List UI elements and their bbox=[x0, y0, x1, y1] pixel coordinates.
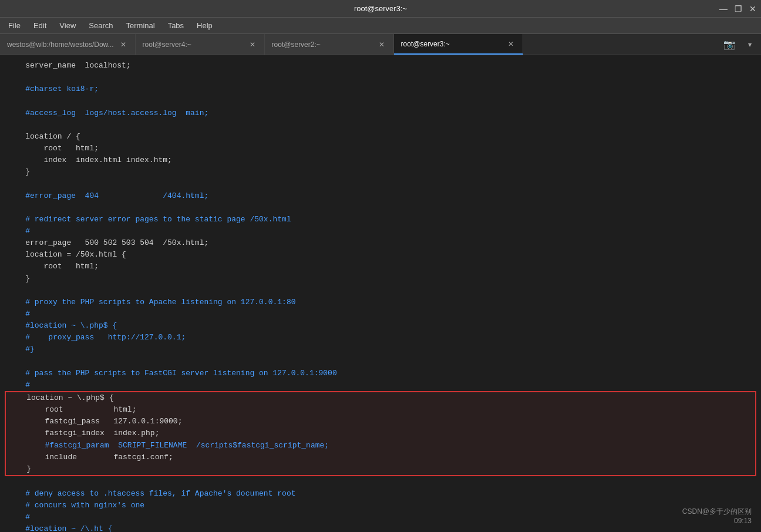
window-title: root@server3:~ bbox=[354, 4, 407, 13]
terminal-line: fastcgi_index index.php; bbox=[8, 427, 753, 439]
menu-edit[interactable]: Edit bbox=[28, 19, 52, 32]
tab-server3-close[interactable]: ✕ bbox=[506, 39, 516, 49]
terminal-line: # proxy_pass http://127.0.0.1; bbox=[7, 332, 754, 344]
terminal-line: # bbox=[7, 511, 754, 523]
terminal-line: root html; bbox=[8, 404, 753, 416]
terminal-line bbox=[7, 72, 754, 83]
tabs-bar: westos@wlb:/home/westos/Dow... ✕ root@se… bbox=[0, 34, 761, 55]
tab-westos-close[interactable]: ✕ bbox=[119, 40, 128, 49]
terminal-line bbox=[7, 119, 754, 131]
terminal-line: index index.html index.htm; bbox=[7, 154, 754, 166]
close-button[interactable]: ✕ bbox=[749, 4, 756, 14]
terminal-line bbox=[7, 476, 754, 488]
terminal-line: server_name localhost; bbox=[7, 60, 754, 72]
title-bar: root@server3:~ — ❒ ✕ bbox=[0, 0, 761, 18]
tab-server2-label: root@server2:~ bbox=[272, 41, 372, 49]
terminal-area[interactable]: server_name localhost; #charset koi8-r; … bbox=[0, 55, 761, 532]
terminal-line: root html; bbox=[7, 143, 754, 154]
terminal-line: # bbox=[7, 308, 754, 320]
terminal-line: } bbox=[8, 463, 753, 475]
terminal-line: # bbox=[7, 379, 754, 391]
tab-server3[interactable]: root@server3:~ ✕ bbox=[394, 34, 523, 55]
menu-file[interactable]: File bbox=[2, 19, 26, 32]
terminal-line: # concurs with nginx's one bbox=[7, 500, 754, 511]
new-tab-button[interactable]: 📷 bbox=[720, 38, 739, 52]
terminal-line: } bbox=[7, 273, 754, 285]
terminal-line: # deny access to .htaccess files, if Apa… bbox=[7, 488, 754, 500]
maximize-button[interactable]: ❒ bbox=[735, 4, 742, 14]
tabs-actions: 📷 ▾ bbox=[715, 34, 761, 55]
terminal-line: } bbox=[7, 166, 754, 178]
watermark: CSDN@多于少的区别09:13 bbox=[682, 507, 752, 525]
terminal-line: location ~ \.php$ { bbox=[8, 392, 753, 404]
terminal-line: #location ~ /\.ht { bbox=[7, 523, 754, 532]
tab-server3-label: root@server3:~ bbox=[401, 40, 501, 48]
menu-view[interactable]: View bbox=[53, 19, 82, 32]
terminal-line bbox=[7, 356, 754, 368]
terminal-line: root html; bbox=[7, 261, 754, 272]
terminal-line: location / { bbox=[7, 131, 754, 143]
tab-westos[interactable]: westos@wlb:/home/westos/Dow... ✕ bbox=[0, 34, 136, 55]
terminal-line: # redirect server error pages to the sta… bbox=[7, 214, 754, 225]
tab-westos-label: westos@wlb:/home/westos/Dow... bbox=[7, 41, 114, 49]
terminal-line: include fastcgi.conf; bbox=[8, 452, 753, 463]
watermark-text: CSDN@多于少的区别 bbox=[682, 507, 752, 516]
tabs-dropdown-button[interactable]: ▾ bbox=[743, 38, 756, 52]
menu-search[interactable]: Search bbox=[83, 19, 119, 32]
terminal-line: # pass the PHP scripts to FastCGI server… bbox=[7, 368, 754, 379]
tab-server4-label: root@server4:~ bbox=[143, 41, 243, 49]
tab-server4[interactable]: root@server4:~ ✕ bbox=[136, 34, 265, 55]
terminal-line bbox=[7, 95, 754, 107]
terminal-line bbox=[7, 178, 754, 190]
terminal-line bbox=[7, 202, 754, 214]
tab-server4-close[interactable]: ✕ bbox=[248, 40, 257, 49]
highlighted-block: location ~ \.php$ { root html; fastcgi_p… bbox=[5, 391, 756, 476]
tab-server2-close[interactable]: ✕ bbox=[377, 40, 386, 49]
tab-server2[interactable]: root@server2:~ ✕ bbox=[265, 34, 394, 55]
window-controls: — ❒ ✕ bbox=[719, 4, 756, 14]
terminal-line: #location ~ \.php$ { bbox=[7, 320, 754, 332]
terminal-line: #} bbox=[7, 344, 754, 355]
terminal-line: location = /50x.html { bbox=[7, 249, 754, 261]
terminal-line: error_page 500 502 503 504 /50x.html; bbox=[7, 237, 754, 249]
minimize-button[interactable]: — bbox=[719, 4, 728, 14]
time-display: 09:13 bbox=[682, 517, 752, 525]
terminal-line: # bbox=[7, 225, 754, 237]
menu-terminal[interactable]: Terminal bbox=[120, 19, 161, 32]
terminal-line: #fastcgi_param SCRIPT_FILENAME /scripts$… bbox=[8, 440, 753, 452]
menu-tabs[interactable]: Tabs bbox=[162, 19, 190, 32]
terminal-line bbox=[7, 285, 754, 297]
menu-help[interactable]: Help bbox=[191, 19, 218, 32]
menu-bar: File Edit View Search Terminal Tabs Help bbox=[0, 18, 761, 34]
terminal-line: #charset koi8-r; bbox=[7, 83, 754, 95]
terminal-line: fastcgi_pass 127.0.0.1:9000; bbox=[8, 416, 753, 427]
terminal-line: #access_log logs/host.access.log main; bbox=[7, 107, 754, 119]
terminal-line: # proxy the PHP scripts to Apache listen… bbox=[7, 297, 754, 308]
terminal-line: #error_page 404 /404.html; bbox=[7, 190, 754, 202]
